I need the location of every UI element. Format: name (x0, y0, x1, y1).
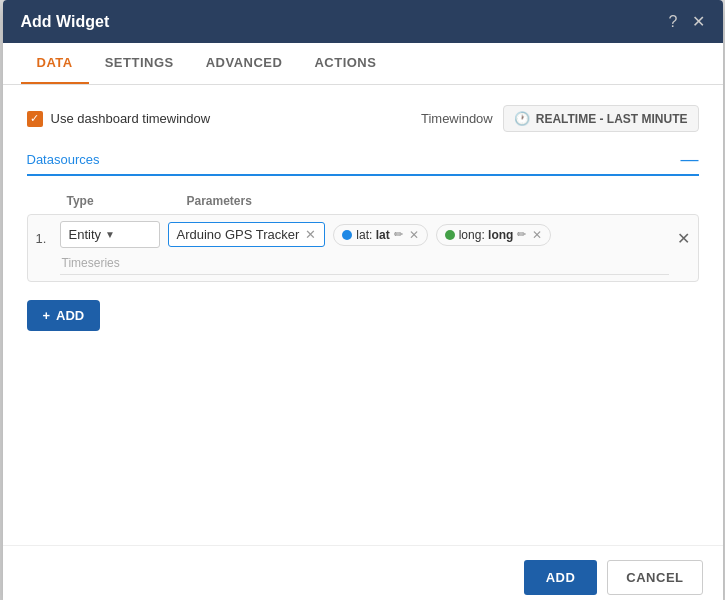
tag-lat: lat: lat ✏ ✕ (333, 224, 427, 246)
tag-color-dot-lat (342, 230, 352, 240)
tab-advanced[interactable]: ADVANCED (190, 43, 299, 84)
add-button[interactable]: ADD (524, 560, 598, 595)
row-top: Entity ▼ Arduino GPS Tracker ✕ lat: lat … (60, 221, 669, 248)
timewindow-checkbox[interactable]: ✓ (27, 111, 43, 127)
tag-color-dot-long (445, 230, 455, 240)
datasources-label: Datasources (27, 152, 100, 167)
add-plus-icon: + (43, 308, 51, 323)
timewindow-right: Timewindow 🕐 REALTIME - LAST MINUTE (421, 105, 699, 132)
add-datasource-label: ADD (56, 308, 84, 323)
close-icon[interactable]: ✕ (692, 12, 705, 31)
tag-lat-label: lat: lat (356, 228, 389, 242)
datasources-collapse-button[interactable]: — (681, 150, 699, 168)
timewindow-checkbox-text: Use dashboard timewindow (51, 111, 211, 126)
tag-long: long: long ✏ ✕ (436, 224, 552, 246)
timewindow-badge-text: REALTIME - LAST MINUTE (536, 112, 688, 126)
tab-bar: DATA SETTINGS ADVANCED ACTIONS (3, 43, 723, 85)
entity-type-select[interactable]: Entity ▼ (60, 221, 160, 248)
entity-clear-button[interactable]: ✕ (305, 227, 316, 242)
tag-long-remove-button[interactable]: ✕ (532, 228, 542, 242)
datasources-header: Datasources — (27, 150, 699, 176)
timewindow-label: Timewindow (421, 111, 493, 126)
row-number: 1. (36, 221, 60, 246)
col-type-header: Type (67, 194, 187, 208)
cancel-button[interactable]: CANCEL (607, 560, 702, 595)
timewindow-checkbox-label[interactable]: ✓ Use dashboard timewindow (27, 111, 211, 127)
tab-actions[interactable]: ACTIONS (298, 43, 392, 84)
modal-header: Add Widget ? ✕ (3, 0, 723, 43)
chevron-down-icon: ▼ (105, 229, 115, 240)
tab-settings[interactable]: SETTINGS (89, 43, 190, 84)
table-header: Type Parameters (27, 190, 699, 214)
tag-long-edit-icon[interactable]: ✏ (517, 228, 526, 241)
tag-lat-edit-icon[interactable]: ✏ (394, 228, 403, 241)
table-row: 1. Entity ▼ Arduino GPS Tracker ✕ (27, 214, 699, 282)
row-delete-button[interactable]: ✕ (677, 221, 690, 248)
help-icon[interactable]: ? (669, 13, 678, 31)
entity-input-value: Arduino GPS Tracker (177, 227, 300, 242)
tag-long-label: long: long (459, 228, 514, 242)
modal-header-icons: ? ✕ (669, 12, 705, 31)
modal-body: ✓ Use dashboard timewindow Timewindow 🕐 … (3, 85, 723, 545)
tag-lat-remove-button[interactable]: ✕ (409, 228, 419, 242)
add-datasource-button[interactable]: + ADD (27, 300, 101, 331)
row-content: Entity ▼ Arduino GPS Tracker ✕ lat: lat … (60, 221, 669, 275)
entity-type-label: Entity (69, 227, 102, 242)
timewindow-badge[interactable]: 🕐 REALTIME - LAST MINUTE (503, 105, 699, 132)
modal-footer: ADD CANCEL (3, 545, 723, 600)
timeseries-placeholder[interactable]: Timeseries (60, 256, 669, 275)
clock-icon: 🕐 (514, 111, 530, 126)
entity-input-wrapper: Arduino GPS Tracker ✕ (168, 222, 326, 247)
modal-title: Add Widget (21, 13, 110, 31)
col-params-header: Parameters (187, 194, 687, 208)
tab-data[interactable]: DATA (21, 43, 89, 84)
add-widget-modal: Add Widget ? ✕ DATA SETTINGS ADVANCED AC… (3, 0, 723, 600)
timewindow-row: ✓ Use dashboard timewindow Timewindow 🕐 … (27, 105, 699, 132)
tags-row: lat: lat ✏ ✕ long: long ✏ ✕ (333, 224, 551, 246)
